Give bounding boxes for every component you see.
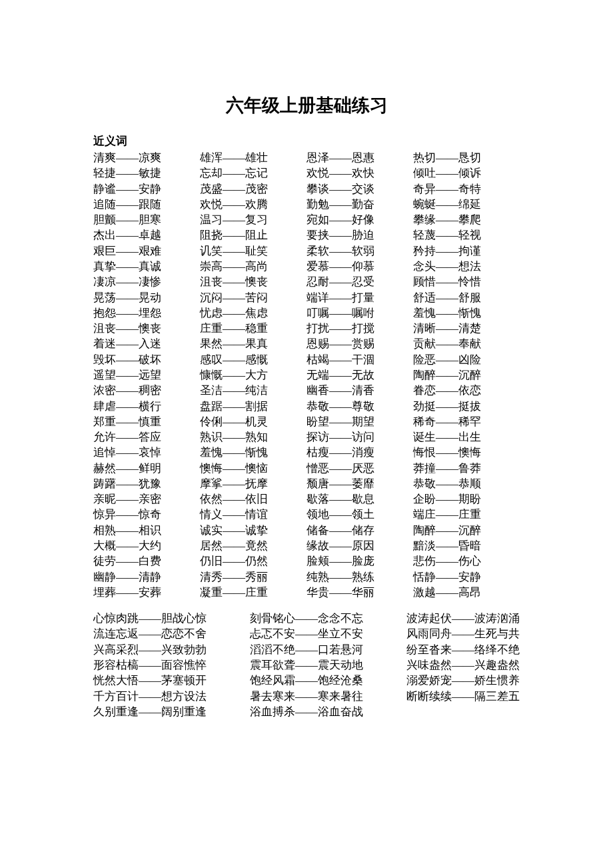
word-pair: 仍旧——仍然	[200, 553, 306, 569]
word-pair: 勤勉——勤奋	[306, 197, 413, 212]
word-pair: 浓密——稠密	[93, 383, 200, 398]
word-pair: 宛如——好像	[306, 212, 413, 227]
word-pair: 幽香——清香	[306, 383, 413, 398]
word-pair: 忐忑不安——坐立不安	[250, 626, 363, 641]
page-title: 六年级上册基础练习	[93, 93, 520, 117]
word-pair: 打扰——打搅	[306, 321, 413, 336]
word-pair: 温习——复习	[200, 212, 306, 227]
word-pair: 矜持——拘谨	[413, 243, 520, 259]
idiom-column-1: 心惊肉跳——胆战心惊流连忘返——恋恋不舍兴高采烈——兴致勃勃形容枯槁——面容憔悴…	[93, 611, 207, 719]
word-pair: 晃荡——晃动	[93, 290, 200, 305]
word-pair: 赫然——鲜明	[93, 461, 200, 476]
word-pair: 徒劳——白费	[93, 553, 200, 569]
word-pair: 千方百计——想方设法	[93, 689, 207, 704]
word-pair: 追随——跟随	[93, 197, 200, 212]
column-3: 恩泽——恩惠欢悦——欢快攀谈——交谈勤勉——勤奋宛如——好像要挟——胁迫柔软——…	[306, 150, 413, 600]
word-pair: 劲挺——挺拔	[413, 399, 520, 414]
word-pair: 恩泽——恩惠	[306, 150, 413, 165]
word-pair: 溺爱娇宠——娇生惯养	[406, 673, 520, 688]
word-pair: 毁坏——破坏	[93, 352, 200, 367]
word-pair: 清晰——清楚	[413, 321, 520, 336]
word-pair: 忧虑——焦虑	[200, 305, 306, 321]
section-label: 近义词	[93, 133, 520, 149]
word-pair: 遥望——远望	[93, 367, 200, 383]
word-pair: 阻挠——阻止	[200, 227, 306, 243]
word-pair: 相熟——相识	[93, 523, 200, 538]
word-pair: 顾惜——怜惜	[413, 274, 520, 289]
word-pair: 忘却——忘记	[200, 165, 306, 181]
word-pair: 攀缘——攀爬	[413, 212, 520, 227]
word-pair: 悲伤——伤心	[413, 553, 520, 569]
word-pair: 奇异——奇特	[413, 181, 520, 197]
word-pair: 忍耐——忍受	[306, 274, 413, 289]
word-pair: 凄凉——凄惨	[93, 274, 200, 289]
word-pair: 凝重——庄重	[200, 585, 306, 600]
word-pair: 舒适——舒服	[413, 290, 520, 305]
word-pair: 轻蔑——轻视	[413, 227, 520, 243]
word-pair: 蜿蜒——绵延	[413, 197, 520, 212]
word-pair: 缘故——原因	[306, 538, 413, 553]
word-pair: 波涛起伏——波涛汹涌	[406, 611, 520, 626]
word-pair: 亲昵——亲密	[93, 491, 200, 507]
column-2: 雄浑——雄壮忘却——忘记茂盛——茂密欢悦——欢腾温习——复习阻挠——阻止讥笑——…	[200, 150, 306, 600]
word-pair: 歇落——歇息	[306, 491, 413, 507]
word-pair: 刻骨铭心——念念不忘	[250, 611, 363, 626]
word-pair: 着迷——入迷	[93, 336, 200, 351]
word-pair: 庄重——稳重	[200, 321, 306, 336]
word-pair: 风雨同舟——生死与共	[406, 626, 520, 641]
word-pair: 懊悔——懊恼	[200, 461, 306, 476]
word-pair: 陶醉——沉醉	[413, 523, 520, 538]
word-pair: 幽静——清静	[93, 569, 200, 585]
word-pair: 暑去寒来——寒来暑往	[250, 689, 363, 704]
word-pair: 恭敬——恭顺	[413, 476, 520, 491]
word-pair: 埋葬——安葬	[93, 585, 200, 600]
word-pair: 圣洁——纯洁	[200, 383, 306, 398]
word-pair: 端详——打量	[306, 290, 413, 305]
word-pair: 轻捷——敏捷	[93, 165, 200, 181]
word-pair: 静谧——安静	[93, 181, 200, 197]
word-pair: 兴味盎然——兴趣盎然	[406, 657, 520, 673]
word-pair: 居然——竟然	[200, 538, 306, 553]
word-pair: 华贵——华丽	[306, 585, 413, 600]
word-pair: 恩赐——赏赐	[306, 336, 413, 351]
word-pair: 沮丧——懊丧	[200, 274, 306, 289]
word-pair: 肆虐——横行	[93, 399, 200, 414]
word-pair: 恍然大悟——茅塞顿开	[93, 673, 207, 688]
column-1: 清爽——凉爽轻捷——敏捷静谧——安静追随——跟随胆颤——胆寒杰出——卓越艰巨——…	[93, 150, 200, 600]
word-pair: 叮嘱——嘱咐	[306, 305, 413, 321]
word-pair: 流连忘返——恋恋不舍	[93, 626, 207, 641]
word-pair: 郑重——慎重	[93, 414, 200, 429]
word-pair: 纯熟——熟练	[306, 569, 413, 585]
word-pair: 雄浑——雄壮	[200, 150, 306, 165]
word-pair: 爱慕——仰慕	[306, 259, 413, 274]
word-pair: 情义——情谊	[200, 507, 306, 522]
word-pair: 诞生——出生	[413, 429, 520, 445]
word-pair: 摩挲——抚摩	[200, 476, 306, 491]
word-pair: 踌躇——犹豫	[93, 476, 200, 491]
word-pair: 心惊肉跳——胆战心惊	[93, 611, 207, 626]
word-pair: 兴高采烈——兴致勃勃	[93, 642, 207, 657]
word-pair: 脸颊——脸庞	[306, 553, 413, 569]
word-pair: 险恶——凶险	[413, 352, 520, 367]
word-pair: 颓唐——萎靡	[306, 476, 413, 491]
word-pair: 伶俐——机灵	[200, 414, 306, 429]
column-4: 热切——恳切倾吐——倾诉奇异——奇特蜿蜒——绵延攀缘——攀爬轻蔑——轻视矜持——…	[413, 150, 520, 600]
word-pair: 震耳欲聋——震天动地	[250, 657, 363, 673]
word-pair: 断断续续——隔三差五	[406, 689, 520, 704]
synonym-grid: 清爽——凉爽轻捷——敏捷静谧——安静追随——跟随胆颤——胆寒杰出——卓越艰巨——…	[93, 150, 520, 600]
word-pair: 清秀——秀丽	[200, 569, 306, 585]
word-pair: 恬静——安静	[413, 569, 520, 585]
word-pair: 熟识——熟知	[200, 429, 306, 445]
word-pair: 羞愧——惭愧	[413, 305, 520, 321]
word-pair: 滔滔不绝——口若悬河	[250, 642, 363, 657]
word-pair: 茂盛——茂密	[200, 181, 306, 197]
word-pair: 悔恨——懊悔	[413, 445, 520, 460]
idiom-column-3: 波涛起伏——波涛汹涌风雨同舟——生死与共纷至沓来——络绎不绝兴味盎然——兴趣盎然…	[406, 611, 520, 719]
word-pair: 诚实——诚挚	[200, 523, 306, 538]
word-pair: 攀谈——交谈	[306, 181, 413, 197]
word-pair: 沉闷——苦闷	[200, 290, 306, 305]
word-pair: 形容枯槁——面容憔悴	[93, 657, 207, 673]
word-pair: 感叹——感慨	[200, 352, 306, 367]
word-pair: 陶醉——沉醉	[413, 367, 520, 383]
word-pair: 激越——高昂	[413, 585, 520, 600]
